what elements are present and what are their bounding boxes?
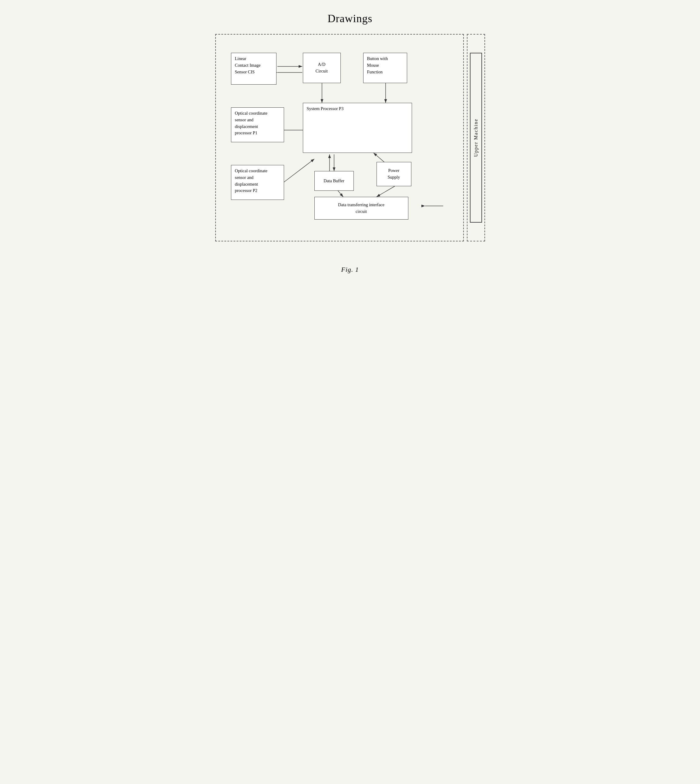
upper-machine-outer-box: Upper Machine [467, 34, 485, 242]
power-supply-label: Power Supply [387, 167, 400, 181]
main-dashed-box: Linear Contact Image Sensor CIS A/D Circ… [215, 34, 464, 242]
page-title: Drawings [328, 12, 373, 25]
system-processor-label: System Processor P3 [307, 105, 408, 112]
ad-circuit-box: A/D Circuit [303, 53, 341, 83]
optical-p1-label: Optical coordinate sensor and displaceme… [235, 110, 280, 137]
svg-line-13 [377, 186, 395, 197]
optical-p1-box: Optical coordinate sensor and displaceme… [231, 107, 284, 142]
upper-machine-inner-box: Upper Machine [470, 53, 482, 223]
cis-label: Linear Contact Image Sensor CIS [235, 55, 273, 75]
data-transfer-label: Data transferring interface circuit [338, 202, 384, 215]
power-supply-box: Power Supply [377, 162, 412, 186]
data-buffer-label: Data Buffer [323, 178, 344, 184]
inner-diagram: Linear Contact Image Sensor CIS A/D Circ… [225, 44, 455, 232]
upper-machine-label: Upper Machine [473, 118, 479, 157]
button-label: Button with Mouse Function [367, 55, 403, 75]
ad-label: A/D Circuit [316, 61, 328, 75]
data-buffer-box: Data Buffer [314, 171, 354, 191]
diagram-container: Linear Contact Image Sensor CIS A/D Circ… [215, 34, 485, 242]
figure-label: Fig. 1 [341, 266, 359, 274]
svg-line-9 [283, 159, 314, 183]
system-processor-box: System Processor P3 [303, 103, 412, 153]
optical-p2-box: Optical coordinate sensor and displaceme… [231, 165, 284, 200]
button-box: Button with Mouse Function [363, 53, 407, 83]
cis-box: Linear Contact Image Sensor CIS [231, 53, 277, 85]
data-transfer-box: Data transferring interface circuit [314, 197, 408, 220]
optical-p2-label: Optical coordinate sensor and displaceme… [235, 168, 280, 194]
